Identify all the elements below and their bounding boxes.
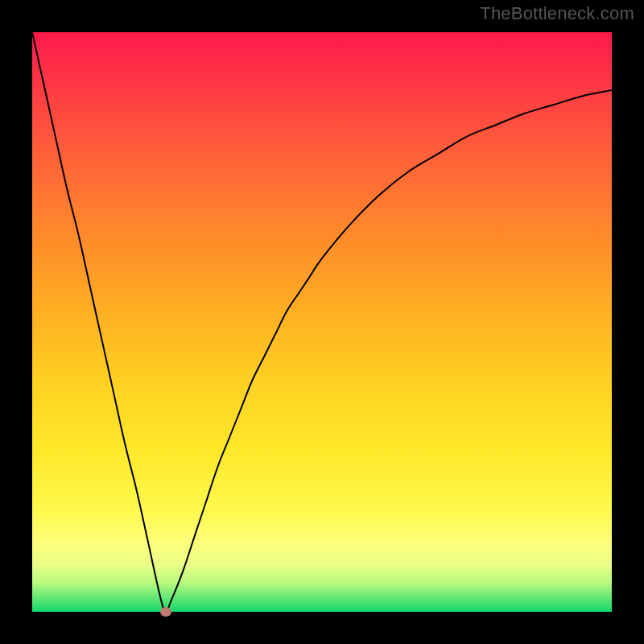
watermark-text: TheBottleneck.com — [480, 3, 634, 24]
optimum-marker — [160, 607, 171, 617]
chart-curve — [32, 32, 612, 612]
plot-area — [32, 32, 612, 612]
chart-frame: TheBottleneck.com — [0, 0, 644, 644]
bottleneck-curve-path — [32, 32, 612, 612]
